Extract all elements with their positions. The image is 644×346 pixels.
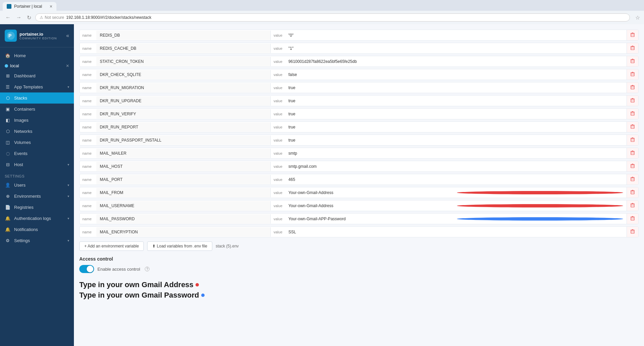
delete-env-var-button[interactable] <box>627 214 638 224</box>
forward-button[interactable]: → <box>15 13 23 22</box>
env-name-input[interactable] <box>96 162 271 171</box>
logo-main-text: portainer.io <box>19 32 57 37</box>
blue-dot <box>457 217 623 221</box>
delete-env-var-button[interactable] <box>627 43 638 53</box>
delete-env-var-button[interactable] <box>627 148 638 158</box>
env-name-input[interactable] <box>96 227 271 237</box>
env-name-input[interactable] <box>96 70 271 79</box>
logo-icon: P <box>5 30 17 42</box>
registries-icon: 📄 <box>5 205 11 210</box>
access-control-toggle[interactable] <box>79 265 94 273</box>
sidebar-item-home[interactable]: 🏠 Home <box>0 50 74 61</box>
sidebar-item-notifications[interactable]: 🔔 Notifications <box>0 224 74 235</box>
collapse-sidebar-button[interactable]: « <box>66 33 69 39</box>
sidebar-item-environments[interactable]: ⊕ Environments ▾ <box>0 191 74 202</box>
networks-icon: ⬡ <box>5 129 11 134</box>
sidebar-item-containers[interactable]: ▣ Containers <box>0 104 74 115</box>
sidebar-item-label: Containers <box>14 107 35 112</box>
env-name-input[interactable] <box>96 44 271 53</box>
address-bar[interactable]: ⚠ Not secure 192.168.1.18:9000/#!/2/dock… <box>35 13 630 22</box>
value-label: value <box>271 178 285 182</box>
env-name-input[interactable] <box>96 136 271 145</box>
delete-env-var-button[interactable] <box>627 69 638 80</box>
env-name-input[interactable] <box>96 214 271 224</box>
sidebar-item-events[interactable]: ◌ Events <box>0 148 74 159</box>
name-label: name <box>80 73 96 77</box>
value-label: value <box>271 138 285 142</box>
logo-area: P portainer.io COMMUNITY EDITION <box>5 30 57 42</box>
name-label: name <box>80 112 96 116</box>
sidebar-item-app-templates[interactable]: ☰ App Templates ▾ <box>0 81 74 92</box>
host-icon: ⊟ <box>5 162 11 167</box>
app-templates-icon: ☰ <box>5 84 11 89</box>
annotation-area: Type in your own Gmail Address Type in y… <box>79 280 639 301</box>
trash-icon <box>630 177 635 181</box>
env-name-input[interactable] <box>96 57 271 66</box>
env-name-input[interactable] <box>96 175 271 184</box>
delete-env-var-button[interactable] <box>627 187 638 198</box>
environment-badge: local ✕ <box>0 61 74 70</box>
chevron-down-icon: ▾ <box>68 239 69 242</box>
env-value-area: smtp.gmail.com <box>285 162 627 171</box>
env-name-input[interactable] <box>96 96 271 106</box>
delete-env-var-button[interactable] <box>627 200 638 211</box>
env-name-input[interactable] <box>96 149 271 158</box>
blue-dot-indicator <box>201 294 205 297</box>
delete-env-var-button[interactable] <box>627 109 638 119</box>
info-icon[interactable]: ? <box>145 267 149 271</box>
annotation-line-1: Type in your own Gmail Address <box>79 280 639 290</box>
toggle-row: Enable access control ? <box>79 265 639 273</box>
env-value-area: true <box>285 96 627 106</box>
delete-env-var-button[interactable] <box>627 95 638 106</box>
name-label: name <box>80 191 96 195</box>
tab-close-button[interactable]: × <box>50 4 52 9</box>
name-label: name <box>80 204 96 208</box>
delete-env-var-button[interactable] <box>627 30 638 40</box>
environments-icon: ⊕ <box>5 194 11 199</box>
reload-button[interactable]: ↻ <box>26 13 33 22</box>
sidebar-item-settings[interactable]: ⚙ Settings ▾ <box>0 235 74 246</box>
notifications-icon: 🔔 <box>5 227 11 232</box>
name-label: name <box>80 33 96 37</box>
trash-icon <box>630 111 635 116</box>
delete-env-var-button[interactable] <box>627 82 638 93</box>
sidebar-item-dashboard[interactable]: ⊞ Dashboard <box>0 70 74 81</box>
svg-rect-72 <box>631 217 634 220</box>
delete-env-var-button[interactable] <box>627 122 638 132</box>
delete-env-var-button[interactable] <box>627 161 638 171</box>
env-name-input[interactable] <box>96 109 271 119</box>
svg-rect-37 <box>631 125 634 128</box>
env-status-dot <box>5 64 8 68</box>
load-env-file-button[interactable]: ⬆ Load variables from .env file <box>147 241 212 251</box>
env-var-row: name value smtp <box>79 148 639 159</box>
delete-env-var-button[interactable] <box>627 174 638 185</box>
env-close-button[interactable]: ✕ <box>66 64 69 68</box>
delete-env-var-button[interactable] <box>627 227 638 237</box>
sidebar-item-users[interactable]: 👤 Users ▾ <box>0 180 74 191</box>
sidebar-item-volumes[interactable]: ◫ Volumes <box>0 137 74 148</box>
browser-tab[interactable]: Portainer | local × <box>3 2 56 11</box>
env-name-input[interactable] <box>96 83 271 92</box>
env-var-row: name value true <box>79 108 639 119</box>
env-name-input[interactable] <box>96 201 271 210</box>
bookmark-icon[interactable]: ☆ <box>635 14 640 21</box>
add-env-var-button[interactable]: + Add an environment variable <box>79 241 144 251</box>
env-value-text: "1" <box>289 46 623 51</box>
sidebar-item-registries[interactable]: 📄 Registries <box>0 202 74 213</box>
sidebar-item-host[interactable]: ⊟ Host ▾ <box>0 159 74 170</box>
sidebar-item-auth-logs[interactable]: 🔔 Authentication logs ▾ <box>0 213 74 224</box>
delete-env-var-button[interactable] <box>627 56 638 67</box>
back-button[interactable]: ← <box>4 13 12 22</box>
sidebar-item-stacks[interactable]: ⬡ Stacks <box>0 92 74 104</box>
delete-env-var-button[interactable] <box>627 135 638 145</box>
sidebar-item-images[interactable]: ◧ Images <box>0 115 74 126</box>
sidebar-item-label: Events <box>14 151 28 156</box>
logo-text-area: portainer.io COMMUNITY EDITION <box>19 32 57 40</box>
env-name-input[interactable] <box>96 188 271 197</box>
svg-rect-47 <box>631 152 634 155</box>
images-icon: ◧ <box>5 118 11 123</box>
sidebar-item-label: Registries <box>14 205 34 210</box>
env-name-input[interactable] <box>96 31 271 40</box>
sidebar-item-networks[interactable]: ⬡ Networks <box>0 126 74 137</box>
env-name-input[interactable] <box>96 122 271 132</box>
